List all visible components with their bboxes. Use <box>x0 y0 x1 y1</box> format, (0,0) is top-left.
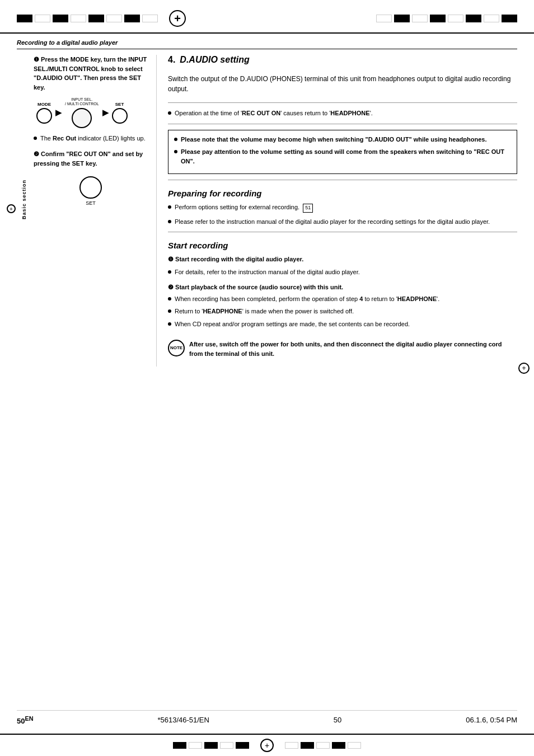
bar-block <box>301 742 314 749</box>
after-use-note: NOTE After use, switch off the power for… <box>168 340 517 358</box>
bar-block <box>285 742 298 749</box>
note-icon: NOTE <box>168 340 185 356</box>
bullet-dot <box>174 138 177 141</box>
bottom-bar-pattern-left <box>173 742 249 749</box>
sidebar-label: Basic section <box>21 180 27 219</box>
bullet-dot <box>168 309 171 313</box>
bar-block <box>124 15 140 22</box>
top-decorative-bar <box>0 0 534 34</box>
note-icon-container: NOTE <box>168 340 185 356</box>
set-circle-label: SET <box>86 200 96 206</box>
warning-box: Please note that the volume may become h… <box>168 130 517 175</box>
preparing-bullet-2: Please refer to the instruction manual o… <box>168 217 517 227</box>
main-content-area: + Basic section ❶ Press the MODE key, tu… <box>17 49 517 367</box>
mode-diagram: MODE ▶ INPUT SEL./ MULTI CONTROL ▶ SET <box>34 97 148 128</box>
top-bar-right-pattern <box>376 15 517 22</box>
divider-3 <box>168 180 517 180</box>
section4-description: Switch the output of the D.AUDIO (PHONES… <box>168 74 517 94</box>
bullet-dot <box>168 270 171 274</box>
step-1: ❶ Press the MODE key, turn the INPUT SEL… <box>34 55 148 92</box>
bullet-dot <box>168 297 171 300</box>
start-recording-step2-bullet2: Return to 'HEADPHONE' is made when the p… <box>168 307 517 316</box>
step-2: ❷ Confirm "REC OUT ON" and set by pressi… <box>34 149 148 168</box>
warning-bullet-2: Please pay attention to the volume setti… <box>174 147 511 166</box>
bar-block <box>220 742 233 749</box>
bar-block <box>236 742 249 749</box>
warning-text-1: Please note that the volume may become h… <box>181 135 486 144</box>
divider-1 <box>168 102 517 103</box>
step-1-text: ❶ Press the MODE key, turn the INPUT SEL… <box>34 55 148 92</box>
section4-title: D.AUDIO setting <box>180 55 249 65</box>
start-recording-step2-bullet3: When CD repeat and/or program settings a… <box>168 320 517 329</box>
bar-block <box>332 742 345 749</box>
step2-bold-text: ❷ Start playback of the source (audio so… <box>168 284 343 290</box>
section-number: 4. <box>168 55 175 65</box>
set-button <box>112 108 128 124</box>
sidebar: + Basic section <box>17 55 34 367</box>
rec-out-text: The Rec Out indicator (LED) lights up. <box>40 134 146 143</box>
bullet-dot <box>168 111 171 115</box>
step-1-num: ❶ Press the MODE key, turn the INPUT SEL… <box>34 56 147 91</box>
warning-text-2: Please pay attention to the volume setti… <box>181 147 511 166</box>
bottom-decorative-bar: + <box>0 734 534 756</box>
bar-block <box>71 15 86 22</box>
start-recording-heading: Start recording <box>168 241 517 250</box>
step-2-text: ❷ Confirm "REC OUT ON" and set by pressi… <box>34 149 148 168</box>
bar-block <box>106 15 122 22</box>
divider-4 <box>168 232 517 232</box>
bar-block <box>173 742 186 749</box>
start-recording-step2-heading: ❷ Start playback of the source (audio so… <box>168 283 517 291</box>
bottom-bar-pattern-right <box>285 742 361 749</box>
bullet-dot <box>34 137 37 140</box>
mode-label: MODE <box>38 102 51 107</box>
bar-block <box>448 15 463 22</box>
daudio-heading-row: 4. D.AUDIO setting <box>168 55 517 69</box>
preparing-text-2: Please refer to the instruction manual o… <box>175 217 490 227</box>
rec-out-on-bullet: Operation at the time of 'REC OUT ON' ca… <box>168 109 517 118</box>
step2-detail-3: When CD repeat and/or program settings a… <box>175 320 410 329</box>
page-footer: 50EN *5613/46-51/EN 50 06.1.6, 0:54 PM <box>17 710 517 725</box>
bar-block <box>17 15 32 22</box>
footer-page-num: 50 <box>334 716 341 724</box>
after-use-text: After use, switch off the power for both… <box>189 340 517 358</box>
bullet-dot <box>168 220 171 223</box>
start-recording-step2-bullet1: When recording has been completed, perfo… <box>168 294 517 304</box>
page-ref-badge: 51 <box>303 204 313 213</box>
bar-block <box>316 742 330 749</box>
start-recording-section: Start recording ❶ Start recording with t… <box>168 241 517 328</box>
page-number-suffix: EN <box>25 715 33 722</box>
bar-block <box>88 15 104 22</box>
bullet-dot <box>168 322 171 326</box>
step1-detail: For details, refer to the instruction ma… <box>175 267 360 277</box>
set-circle-icon <box>79 176 102 199</box>
preparing-bullet-1: Perform options setting for external rec… <box>168 203 517 213</box>
left-column: ❶ Press the MODE key, turn the INPUT SEL… <box>34 55 157 367</box>
section-header-title: Recording to a digital audio player <box>17 39 118 48</box>
bullet-dot <box>168 205 171 209</box>
top-center-crosshair <box>169 10 186 27</box>
bar-block <box>376 15 392 22</box>
start-recording-step1-bullet: For details, refer to the instruction ma… <box>168 267 517 277</box>
bar-block <box>53 15 68 22</box>
footer-right-text: 06.1.6, 0:54 PM <box>466 716 517 724</box>
right-crosshair-icon: + <box>518 363 530 374</box>
page-number: 50EN <box>17 717 34 725</box>
preparing-heading: Preparing for recording <box>168 189 517 198</box>
bar-block <box>35 15 50 22</box>
arrow-icon-2: ▶ <box>102 108 109 117</box>
bullet-dot <box>174 150 177 153</box>
rec-out-indicator-bullet: The Rec Out indicator (LED) lights up. <box>34 134 148 143</box>
bar-block <box>412 15 428 22</box>
set-circle-diagram: SET <box>34 176 148 206</box>
mode-button <box>36 108 52 124</box>
divider-2 <box>168 124 517 124</box>
arrow-icon-1: ▶ <box>55 108 62 117</box>
bar-block <box>466 15 481 22</box>
footer-center-text: *5613/46-51/EN <box>157 716 209 724</box>
multi-control-knob <box>72 108 92 128</box>
step1-bold-text: ❶ Start recording with the digital audio… <box>168 256 303 262</box>
bottom-crosshair-icon: + <box>260 739 274 752</box>
rec-out-on-text: Operation at the time of 'REC OUT ON' ca… <box>175 109 373 118</box>
set-label-1: SET <box>115 102 124 107</box>
bar-block <box>502 15 517 22</box>
